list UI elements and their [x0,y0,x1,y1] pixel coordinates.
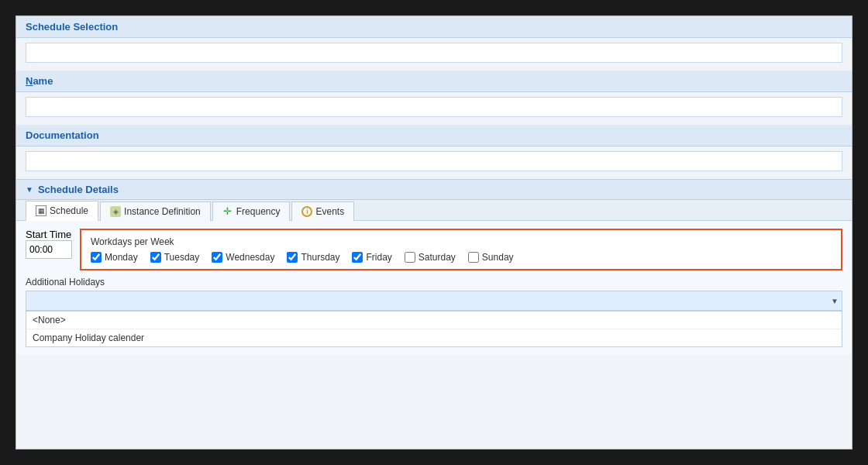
schedule-selection-label: Schedule Selection [26,21,118,33]
tab-frequency[interactable]: ✛ Frequency [212,202,291,221]
day-monday-label: Monday [105,252,138,263]
day-tuesday[interactable]: Tuesday [150,252,200,263]
name-input[interactable] [26,97,842,117]
day-saturday-label: Saturday [418,252,456,263]
holidays-list-item-none[interactable]: <None> [26,312,842,329]
day-thursday[interactable]: Thursday [287,252,339,263]
start-time-input[interactable] [26,240,72,259]
tab-schedule[interactable]: ▦ Schedule [26,201,98,221]
documentation-field-area [16,146,852,179]
tab-frequency-label: Frequency [236,206,281,217]
workdays-box: Workdays per Week Monday Tuesday Wednesd… [80,229,842,270]
schedule-selection-header: Schedule Selection [16,16,852,38]
day-wednesday[interactable]: Wednesday [212,252,274,263]
day-friday-label: Friday [366,252,391,263]
tab-schedule-label: Schedule [50,205,88,216]
checkbox-sunday[interactable] [468,252,479,263]
checkbox-wednesday[interactable] [212,252,222,263]
checkbox-monday[interactable] [91,252,102,263]
schedule-details-header: ▼ Schedule Details [16,179,852,200]
holidays-dropdown[interactable]: ▼ [26,291,842,311]
holidays-list: <None> Company Holiday calender [26,311,842,347]
tab-events-label: Events [315,206,344,217]
holidays-list-item-company[interactable]: Company Holiday calender [26,329,842,346]
checkbox-friday[interactable] [352,252,363,263]
days-row: Monday Tuesday Wednesday Thursday [91,252,832,263]
documentation-input[interactable] [26,151,842,171]
day-saturday[interactable]: Saturday [405,252,456,263]
schedule-content-area: Start Time Workdays per Week Monday Tues… [16,221,852,355]
day-monday[interactable]: Monday [91,252,138,263]
frequency-tab-icon: ✛ [222,206,233,217]
collapse-triangle-icon[interactable]: ▼ [26,185,33,194]
day-sunday[interactable]: Sunday [468,252,514,263]
events-tab-icon: i [301,206,312,217]
day-thursday-label: Thursday [301,252,339,263]
checkbox-saturday[interactable] [405,252,415,263]
tabs-row: ▦ Schedule ◈ Instance Definition ✛ Frequ… [16,200,852,221]
checkbox-tuesday[interactable] [150,252,161,263]
tab-events[interactable]: i Events [291,202,354,221]
documentation-label: Documentation [26,129,99,141]
start-time-label: Start Time [26,229,72,259]
schedule-selection-input[interactable] [26,43,842,63]
name-label: Name [26,75,53,87]
start-time-text: Start Time [26,229,72,240]
main-container: Schedule Selection Name Documentation ▼ … [16,16,852,450]
day-wednesday-label: Wednesday [226,252,274,263]
start-time-row: Start Time Workdays per Week Monday Tues… [26,229,842,270]
day-tuesday-label: Tuesday [164,252,200,263]
instance-tab-icon: ◈ [110,206,121,217]
checkbox-thursday[interactable] [287,252,298,263]
workdays-title: Workdays per Week [91,236,832,247]
day-sunday-label: Sunday [482,252,514,263]
tab-instance-definition[interactable]: ◈ Instance Definition [100,202,211,221]
schedule-tab-icon: ▦ [36,205,46,216]
dropdown-arrow-icon: ▼ [831,297,839,305]
schedule-selection-field-area [16,38,852,71]
day-friday[interactable]: Friday [352,252,391,263]
documentation-header: Documentation [16,125,852,146]
additional-holidays-label: Additional Holidays [26,277,842,288]
schedule-details-label: Schedule Details [38,184,119,195]
name-header: Name [16,71,852,92]
tab-instance-definition-label: Instance Definition [124,206,201,217]
name-field-area [16,92,852,125]
